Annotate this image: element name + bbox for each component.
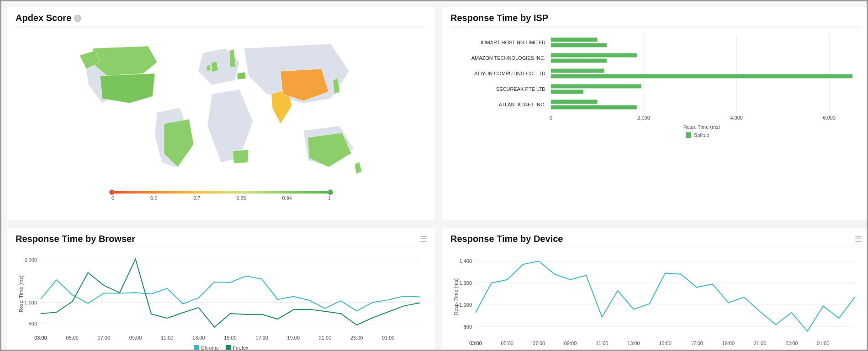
world-map[interactable]	[75, 30, 367, 185]
svg-rect-10	[551, 38, 598, 42]
apdex-map-chart: 0 0.5 0.7 0.85 0.94 1	[16, 30, 427, 215]
svg-text:0: 0	[550, 115, 552, 120]
svg-text:07:00: 07:00	[98, 335, 111, 341]
svg-text:15:00: 15:00	[224, 335, 237, 341]
card-response-time-isp: Response Time by ISP 02,0004,0006,000IOM…	[442, 7, 868, 221]
card-header: Apdex Score i	[16, 13, 427, 26]
scale-tick: 0.5	[150, 195, 157, 201]
svg-text:4,000: 4,000	[730, 115, 743, 120]
device-line-chart[interactable]: 8001,0001,2001,40003:0005:0007:0009:0011…	[450, 251, 862, 351]
svg-rect-23	[551, 105, 637, 110]
svg-text:11:00: 11:00	[161, 335, 174, 341]
svg-text:Firefox: Firefox	[233, 345, 249, 351]
svg-text:23:00: 23:00	[350, 335, 363, 341]
card-apdex-score: Apdex Score i	[7, 7, 435, 221]
svg-text:07:00: 07:00	[533, 341, 545, 346]
svg-text:11:00: 11:00	[596, 341, 609, 346]
svg-text:05:00: 05:00	[66, 335, 79, 341]
card-header: Response Time by Device ☰	[450, 234, 862, 247]
svg-text:2,000: 2,000	[637, 115, 650, 120]
card-title: Response Time by Browser	[16, 234, 135, 244]
apdex-scale-ticks: 0 0.5 0.7 0.85 0.94 1	[111, 195, 331, 201]
svg-text:ATLANTIC.NET INC.: ATLANTIC.NET INC.	[499, 102, 545, 107]
svg-text:Resp. Time (ms): Resp. Time (ms)	[453, 278, 459, 315]
scale-tick: 0.7	[193, 195, 200, 201]
card-title: Response Time by ISP	[450, 13, 548, 23]
svg-text:1,400: 1,400	[459, 258, 472, 264]
info-icon[interactable]: i	[74, 15, 81, 22]
svg-rect-25	[686, 132, 691, 138]
svg-rect-13	[551, 53, 637, 58]
card-title: Response Time by Device	[450, 234, 563, 244]
svg-text:SECUREAX PTE LTD: SECUREAX PTE LTD	[496, 86, 545, 92]
svg-text:21:00: 21:00	[319, 335, 332, 341]
card-header: Response Time by ISP	[450, 13, 862, 26]
svg-text:03:00: 03:00	[34, 335, 47, 341]
svg-text:Chrome: Chrome	[201, 345, 219, 351]
svg-text:2,000: 2,000	[24, 257, 37, 262]
scale-tick: 1	[328, 195, 331, 201]
svg-rect-47	[194, 345, 199, 351]
svg-rect-17	[551, 74, 852, 79]
svg-text:1,000: 1,000	[459, 302, 472, 308]
svg-rect-49	[226, 345, 231, 351]
card-response-time-browser: Response Time by Browser ☰ 5001,0002,000…	[7, 228, 435, 351]
svg-rect-19	[551, 84, 641, 89]
svg-rect-11	[551, 43, 607, 47]
svg-text:800: 800	[464, 324, 472, 330]
svg-rect-22	[551, 100, 598, 104]
scale-tick: 0.94	[282, 195, 292, 201]
svg-rect-16	[551, 69, 604, 73]
scale-tick: 0	[111, 195, 114, 201]
svg-text:Resp. Time (ms): Resp. Time (ms)	[18, 276, 24, 313]
svg-text:1,000: 1,000	[24, 300, 37, 305]
svg-text:AMAZON TECHNOLOGIES INC.: AMAZON TECHNOLOGIES INC.	[471, 55, 545, 61]
svg-text:21:00: 21:00	[754, 341, 767, 346]
svg-text:1,200: 1,200	[459, 280, 472, 286]
svg-text:19:00: 19:00	[287, 335, 300, 341]
svg-text:09:00: 09:00	[129, 335, 142, 341]
svg-text:03:00: 03:00	[469, 341, 482, 346]
svg-text:13:00: 13:00	[627, 341, 640, 346]
svg-text:6,000: 6,000	[823, 115, 836, 120]
card-title: Apdex Score	[16, 13, 71, 23]
card-header: Response Time by Browser ☰	[16, 234, 427, 247]
svg-rect-20	[551, 90, 583, 94]
svg-text:IOMART HOSTING LIMITED: IOMART HOSTING LIMITED	[481, 40, 545, 45]
svg-text:01:00: 01:00	[817, 341, 830, 346]
svg-text:17:00: 17:00	[255, 335, 268, 341]
svg-rect-14	[551, 59, 607, 63]
svg-text:Resp. Time (ms): Resp. Time (ms)	[683, 124, 720, 130]
svg-text:ALIYUN COMPUTING CO. LTD: ALIYUN COMPUTING CO. LTD	[474, 71, 545, 76]
svg-text:19:00: 19:00	[722, 341, 735, 346]
svg-text:23:00: 23:00	[785, 341, 798, 346]
scale-tick: 0.85	[236, 195, 246, 201]
svg-text:15:00: 15:00	[659, 341, 672, 346]
svg-text:Splitup: Splitup	[694, 132, 709, 138]
svg-text:09:00: 09:00	[564, 341, 577, 346]
apdex-gradient-scale	[111, 191, 331, 194]
svg-text:17:00: 17:00	[690, 341, 703, 346]
card-response-time-device: Response Time by Device ☰ 8001,0001,2001…	[442, 228, 868, 351]
hamburger-icon[interactable]: ☰	[855, 234, 862, 244]
svg-text:13:00: 13:00	[192, 335, 205, 341]
svg-text:01:00: 01:00	[382, 335, 395, 341]
svg-text:500: 500	[29, 321, 37, 326]
isp-bar-chart[interactable]: 02,0004,0006,000IOMART HOSTING LIMITEDAM…	[450, 30, 862, 215]
browser-line-chart[interactable]: 5001,0002,00003:0005:0007:0009:0011:0013…	[16, 251, 427, 351]
svg-text:05:00: 05:00	[501, 341, 513, 346]
hamburger-icon[interactable]: ☰	[420, 234, 427, 244]
